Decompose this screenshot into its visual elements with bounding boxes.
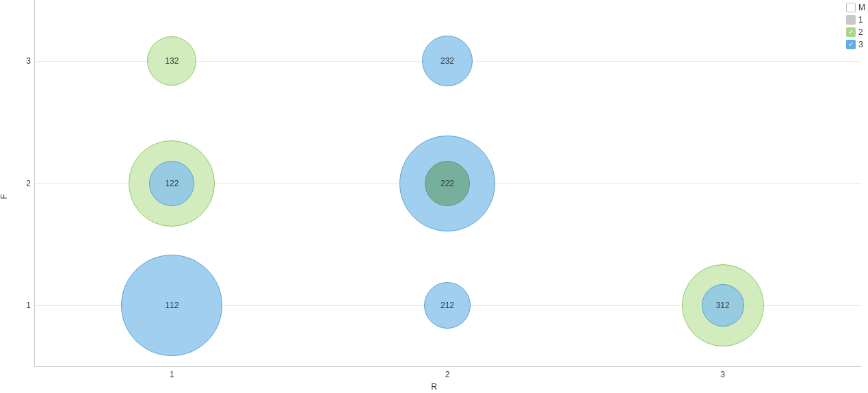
legend-item-1[interactable]: 1 [846, 14, 865, 26]
y-axis-label: F [0, 194, 9, 199]
x-tick: 2 [445, 370, 450, 379]
bubble[interactable] [422, 36, 473, 86]
checked-square-icon [846, 40, 856, 49]
x-tick: 3 [720, 370, 725, 379]
legend-item-label: 3 [858, 40, 865, 49]
legend-item-2[interactable]: 2 [846, 26, 865, 38]
legend-item-label: 2 [858, 27, 865, 37]
legend-title-row: M [846, 1, 865, 14]
legend-title: M [858, 3, 865, 12]
legend: M 1 2 3 [846, 1, 865, 51]
y-tick: 2 [3, 179, 31, 188]
x-tick: 1 [170, 370, 174, 379]
square-icon [846, 15, 856, 25]
bubble[interactable] [702, 284, 744, 327]
y-tick: 1 [3, 301, 31, 310]
bubble[interactable] [424, 282, 471, 329]
bubble[interactable] [147, 36, 196, 86]
x-axis-label: R [431, 382, 437, 392]
bubble[interactable] [425, 161, 470, 206]
bubble[interactable] [121, 255, 222, 356]
legend-item-3[interactable]: 3 [846, 38, 865, 51]
bubble[interactable] [149, 161, 194, 206]
square-icon [846, 3, 856, 12]
y-tick: 3 [3, 56, 31, 66]
bubble-chart: F R M 1 2 3 123123132122112232222212312 [0, 0, 868, 393]
legend-item-label: 1 [858, 15, 865, 25]
checked-square-icon [846, 27, 856, 37]
